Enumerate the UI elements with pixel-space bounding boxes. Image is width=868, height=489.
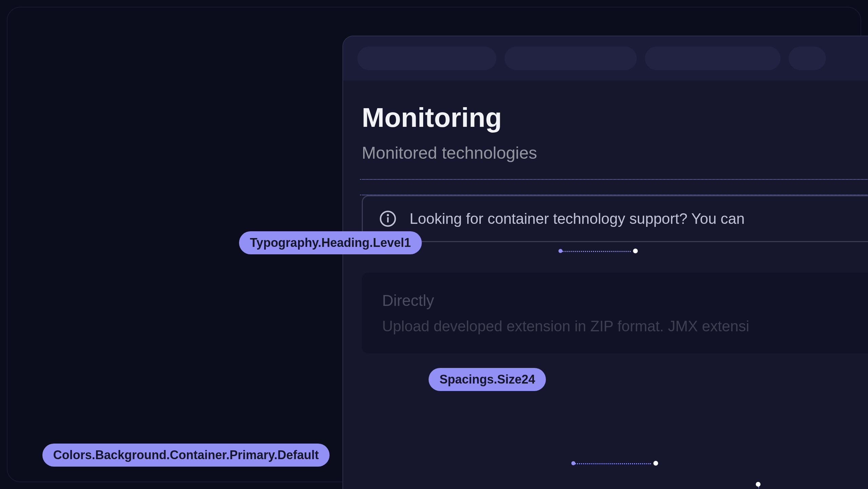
- info-panel: Looking for container technology support…: [362, 195, 868, 242]
- svg-point-2: [388, 215, 388, 215]
- connector-endpoint: [633, 249, 638, 253]
- token-spacing: Spacings.Size24: [429, 368, 546, 391]
- spacing-marker: [360, 179, 868, 195]
- connector: [573, 463, 651, 464]
- info-text: Looking for container technology support…: [410, 210, 745, 227]
- connector-origin: [571, 461, 575, 465]
- connector-endpoint: [756, 482, 761, 487]
- tab-placeholder: [789, 46, 826, 70]
- connector-endpoint: [653, 461, 658, 466]
- tab-placeholder: [645, 46, 781, 70]
- secondary-panel: Directly Upload developed extension in Z…: [362, 273, 868, 353]
- page-heading: Monitoring: [362, 104, 868, 131]
- content-area: Monitoring Monitored technologies Lookin…: [343, 80, 868, 377]
- connector: [560, 251, 631, 252]
- tab-bar: [343, 36, 868, 80]
- page-subheading: Monitored technologies: [362, 143, 868, 163]
- connector-origin: [558, 249, 563, 253]
- token-bg-container: Colors.Background.Container.Primary.Defa…: [42, 444, 330, 467]
- tab-placeholder: [357, 46, 496, 70]
- token-typography-heading: Typography.Heading.Level1: [239, 231, 422, 254]
- secondary-desc: Upload developed extension in ZIP format…: [382, 318, 868, 335]
- secondary-title: Directly: [382, 291, 868, 310]
- info-icon: [379, 210, 397, 228]
- tab-placeholder: [505, 46, 637, 70]
- ui-window-mockup: Monitoring Monitored technologies Lookin…: [342, 36, 868, 489]
